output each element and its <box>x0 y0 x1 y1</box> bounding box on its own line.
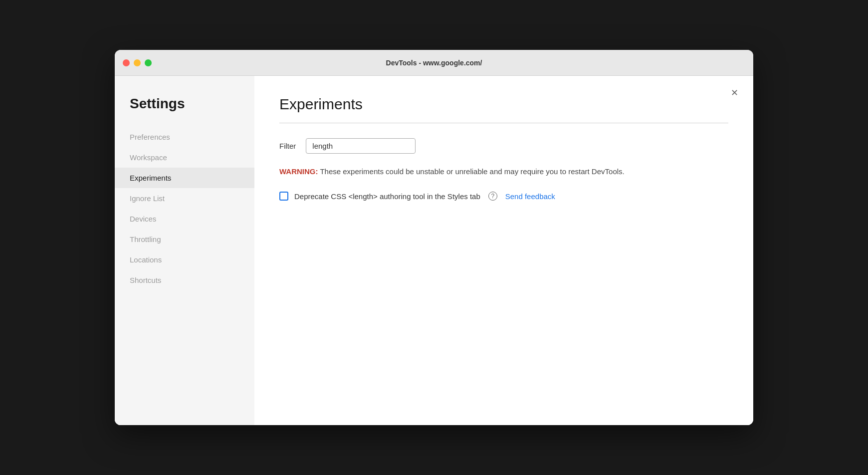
sidebar-nav: Preferences Workspace Experiments Ignore… <box>115 127 254 290</box>
window-title: DevTools - www.google.com/ <box>386 59 482 67</box>
warning-label: WARNING: <box>279 167 318 176</box>
section-divider <box>279 123 728 123</box>
sidebar-item-experiments[interactable]: Experiments <box>115 168 254 188</box>
window-body: Settings Preferences Workspace Experimen… <box>115 76 753 425</box>
sidebar-heading: Settings <box>115 96 254 127</box>
close-button[interactable]: ✕ <box>727 86 741 100</box>
sidebar-item-ignore-list[interactable]: Ignore List <box>115 188 254 209</box>
sidebar-item-workspace[interactable]: Workspace <box>115 147 254 168</box>
sidebar-item-shortcuts[interactable]: Shortcuts <box>115 270 254 290</box>
warning-body: These experiments could be unstable or u… <box>318 167 625 176</box>
filter-input[interactable] <box>306 138 416 154</box>
sidebar-item-throttling[interactable]: Throttling <box>115 229 254 249</box>
titlebar: DevTools - www.google.com/ <box>115 50 753 76</box>
sidebar-item-preferences[interactable]: Preferences <box>115 127 254 147</box>
minimize-traffic-light[interactable] <box>134 59 141 66</box>
devtools-window: DevTools - www.google.com/ Settings Pref… <box>115 50 753 425</box>
experiment-checkbox[interactable] <box>279 192 288 201</box>
page-title: Experiments <box>279 96 728 113</box>
warning-text: WARNING: These experiments could be unst… <box>279 166 728 178</box>
sidebar: Settings Preferences Workspace Experimen… <box>115 76 254 425</box>
sidebar-item-locations[interactable]: Locations <box>115 249 254 270</box>
traffic-lights <box>123 59 152 66</box>
experiment-row: Deprecate CSS <length> authoring tool in… <box>279 192 728 201</box>
maximize-traffic-light[interactable] <box>145 59 152 66</box>
help-icon[interactable]: ? <box>488 192 497 201</box>
sidebar-item-devices[interactable]: Devices <box>115 209 254 229</box>
main-content: ✕ Experiments Filter WARNING: These expe… <box>254 76 753 425</box>
close-traffic-light[interactable] <box>123 59 130 66</box>
filter-label: Filter <box>279 142 296 150</box>
send-feedback-link[interactable]: Send feedback <box>505 192 555 201</box>
experiment-label: Deprecate CSS <length> authoring tool in… <box>294 192 480 201</box>
filter-row: Filter <box>279 138 728 154</box>
